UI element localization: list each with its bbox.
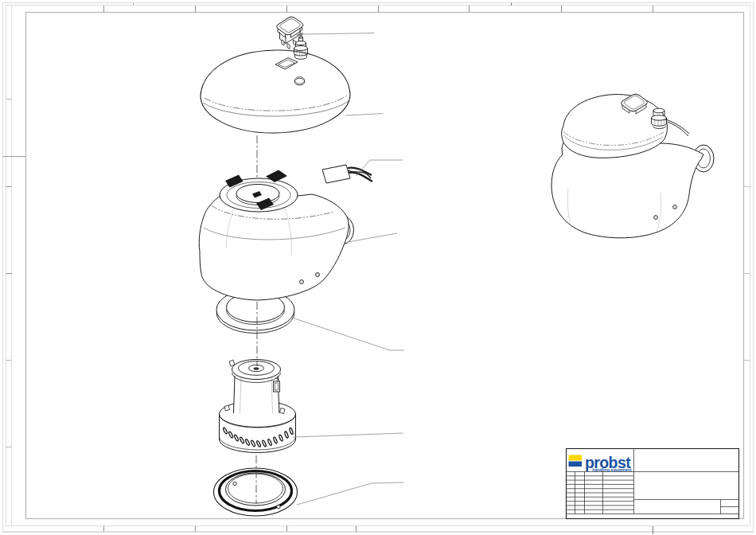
logo-yellow-bar [569,455,583,461]
inner-border [26,13,744,519]
technical-drawing: probst handling equipment [0,0,756,535]
bottom-seal-ring [214,468,298,516]
leader-housing [348,233,397,242]
top-cover [201,50,350,133]
leader-cover [345,114,383,116]
leader-switch [302,33,374,35]
vacuum-motor [220,360,296,453]
brand-tagline: handling equipment [592,467,632,472]
motor-louvers [223,428,294,447]
drawing-sheet: probst handling equipment [0,0,756,535]
leader-seal-ring [292,318,404,350]
assembled-unit [551,94,714,238]
blower-housing [199,170,353,301]
leader-motor [293,433,403,437]
logo-blue-bar [569,462,583,467]
leader-bottom-ring [297,482,403,505]
cable-assembly [322,165,372,183]
leader-cable [356,160,403,176]
title-block: probst handling equipment [567,449,739,519]
